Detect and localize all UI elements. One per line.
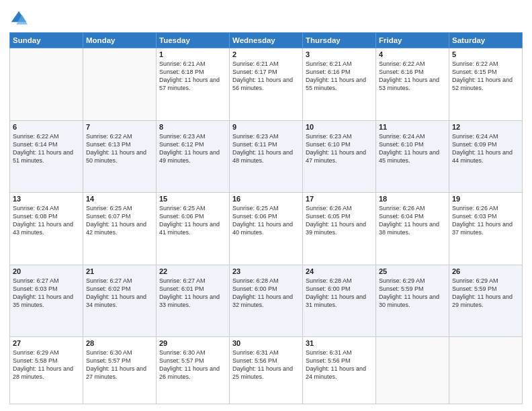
day-info: Sunrise: 6:27 AM Sunset: 6:03 PM Dayligh…	[13, 277, 80, 310]
day-number: 31	[306, 339, 373, 347]
calendar-cell: 9Sunrise: 6:23 AM Sunset: 6:11 PM Daylig…	[230, 120, 303, 193]
col-header-tuesday: Tuesday	[157, 33, 230, 48]
calendar-cell: 2Sunrise: 6:21 AM Sunset: 6:17 PM Daylig…	[230, 48, 303, 121]
day-number: 27	[13, 339, 80, 347]
day-info: Sunrise: 6:21 AM Sunset: 6:17 PM Dayligh…	[232, 60, 300, 93]
day-info: Sunrise: 6:26 AM Sunset: 6:03 PM Dayligh…	[452, 204, 519, 237]
calendar-cell: 10Sunrise: 6:23 AM Sunset: 6:10 PM Dayli…	[303, 120, 376, 193]
day-info: Sunrise: 6:22 AM Sunset: 6:14 PM Dayligh…	[13, 132, 80, 165]
day-info: Sunrise: 6:26 AM Sunset: 6:05 PM Dayligh…	[306, 204, 373, 237]
calendar-cell: 26Sunrise: 6:29 AM Sunset: 5:59 PM Dayli…	[449, 265, 523, 337]
calendar-cell: 31Sunrise: 6:31 AM Sunset: 5:56 PM Dayli…	[303, 337, 376, 404]
day-number: 24	[306, 267, 373, 275]
page: SundayMondayTuesdayWednesdayThursdayFrid…	[0, 0, 532, 411]
calendar-table: SundayMondayTuesdayWednesdayThursdayFrid…	[9, 32, 523, 404]
logo-icon	[9, 9, 28, 28]
day-number: 11	[379, 123, 446, 131]
day-number: 17	[306, 195, 373, 203]
day-number: 16	[232, 195, 300, 203]
calendar-cell	[376, 337, 449, 404]
day-info: Sunrise: 6:28 AM Sunset: 6:00 PM Dayligh…	[232, 277, 300, 310]
day-number: 21	[86, 267, 153, 275]
day-info: Sunrise: 6:31 AM Sunset: 5:56 PM Dayligh…	[306, 349, 373, 381]
col-header-monday: Monday	[83, 33, 157, 48]
calendar-cell: 15Sunrise: 6:25 AM Sunset: 6:06 PM Dayli…	[157, 193, 230, 265]
day-info: Sunrise: 6:30 AM Sunset: 5:57 PM Dayligh…	[159, 349, 226, 381]
day-number: 12	[452, 123, 519, 131]
day-info: Sunrise: 6:22 AM Sunset: 6:16 PM Dayligh…	[379, 60, 446, 93]
calendar-cell: 19Sunrise: 6:26 AM Sunset: 6:03 PM Dayli…	[449, 193, 523, 265]
logo	[9, 9, 31, 28]
calendar-week-row: 1Sunrise: 6:21 AM Sunset: 6:18 PM Daylig…	[10, 48, 523, 121]
col-header-thursday: Thursday	[303, 33, 376, 48]
calendar-cell: 23Sunrise: 6:28 AM Sunset: 6:00 PM Dayli…	[230, 265, 303, 337]
calendar-cell: 22Sunrise: 6:27 AM Sunset: 6:01 PM Dayli…	[157, 265, 230, 337]
calendar-cell: 4Sunrise: 6:22 AM Sunset: 6:16 PM Daylig…	[376, 48, 449, 121]
calendar-cell: 24Sunrise: 6:28 AM Sunset: 6:00 PM Dayli…	[303, 265, 376, 337]
calendar-cell: 7Sunrise: 6:22 AM Sunset: 6:13 PM Daylig…	[83, 120, 157, 193]
calendar-cell	[449, 337, 523, 404]
day-number: 1	[159, 50, 226, 58]
calendar-week-row: 20Sunrise: 6:27 AM Sunset: 6:03 PM Dayli…	[10, 265, 523, 337]
calendar-cell: 25Sunrise: 6:29 AM Sunset: 5:59 PM Dayli…	[376, 265, 449, 337]
day-number: 2	[232, 50, 300, 58]
day-info: Sunrise: 6:22 AM Sunset: 6:13 PM Dayligh…	[86, 132, 153, 165]
calendar-cell: 3Sunrise: 6:21 AM Sunset: 6:16 PM Daylig…	[303, 48, 376, 121]
day-number: 26	[452, 267, 519, 275]
day-number: 20	[13, 267, 80, 275]
calendar-cell: 20Sunrise: 6:27 AM Sunset: 6:03 PM Dayli…	[10, 265, 83, 337]
day-number: 23	[232, 267, 300, 275]
calendar-cell: 18Sunrise: 6:26 AM Sunset: 6:04 PM Dayli…	[376, 193, 449, 265]
col-header-saturday: Saturday	[449, 33, 523, 48]
calendar-cell: 13Sunrise: 6:24 AM Sunset: 6:08 PM Dayli…	[10, 193, 83, 265]
day-info: Sunrise: 6:26 AM Sunset: 6:04 PM Dayligh…	[379, 204, 446, 237]
day-number: 3	[306, 50, 373, 58]
calendar-cell: 27Sunrise: 6:29 AM Sunset: 5:58 PM Dayli…	[10, 337, 83, 404]
day-info: Sunrise: 6:29 AM Sunset: 5:58 PM Dayligh…	[13, 349, 80, 381]
day-number: 14	[86, 195, 153, 203]
col-header-wednesday: Wednesday	[230, 33, 303, 48]
day-number: 28	[86, 339, 153, 347]
day-number: 7	[86, 123, 153, 131]
calendar-week-row: 6Sunrise: 6:22 AM Sunset: 6:14 PM Daylig…	[10, 120, 523, 193]
calendar-cell	[10, 48, 83, 121]
calendar-cell: 30Sunrise: 6:31 AM Sunset: 5:56 PM Dayli…	[230, 337, 303, 404]
day-number: 22	[159, 267, 226, 275]
calendar-cell: 8Sunrise: 6:23 AM Sunset: 6:12 PM Daylig…	[157, 120, 230, 193]
day-info: Sunrise: 6:31 AM Sunset: 5:56 PM Dayligh…	[232, 349, 300, 381]
day-number: 19	[452, 195, 519, 203]
day-number: 30	[232, 339, 300, 347]
day-info: Sunrise: 6:23 AM Sunset: 6:10 PM Dayligh…	[306, 132, 373, 165]
day-info: Sunrise: 6:29 AM Sunset: 5:59 PM Dayligh…	[452, 277, 519, 310]
day-number: 29	[159, 339, 226, 347]
col-header-friday: Friday	[376, 33, 449, 48]
day-number: 4	[379, 50, 446, 58]
day-number: 13	[13, 195, 80, 203]
day-number: 18	[379, 195, 446, 203]
day-info: Sunrise: 6:25 AM Sunset: 6:07 PM Dayligh…	[86, 204, 153, 237]
day-info: Sunrise: 6:29 AM Sunset: 5:59 PM Dayligh…	[379, 277, 446, 310]
header	[9, 7, 523, 28]
day-info: Sunrise: 6:23 AM Sunset: 6:11 PM Dayligh…	[232, 132, 300, 165]
day-info: Sunrise: 6:24 AM Sunset: 6:08 PM Dayligh…	[13, 204, 80, 237]
day-info: Sunrise: 6:23 AM Sunset: 6:12 PM Dayligh…	[159, 132, 226, 165]
day-number: 8	[159, 123, 226, 131]
day-number: 9	[232, 123, 300, 131]
day-info: Sunrise: 6:25 AM Sunset: 6:06 PM Dayligh…	[232, 204, 300, 237]
calendar-cell: 14Sunrise: 6:25 AM Sunset: 6:07 PM Dayli…	[83, 193, 157, 265]
day-number: 25	[379, 267, 446, 275]
calendar-cell: 11Sunrise: 6:24 AM Sunset: 6:10 PM Dayli…	[376, 120, 449, 193]
day-info: Sunrise: 6:27 AM Sunset: 6:02 PM Dayligh…	[86, 277, 153, 310]
calendar-cell: 28Sunrise: 6:30 AM Sunset: 5:57 PM Dayli…	[83, 337, 157, 404]
calendar-cell: 16Sunrise: 6:25 AM Sunset: 6:06 PM Dayli…	[230, 193, 303, 265]
calendar-cell: 1Sunrise: 6:21 AM Sunset: 6:18 PM Daylig…	[157, 48, 230, 121]
day-info: Sunrise: 6:30 AM Sunset: 5:57 PM Dayligh…	[86, 349, 153, 381]
calendar-cell: 29Sunrise: 6:30 AM Sunset: 5:57 PM Dayli…	[157, 337, 230, 404]
col-header-sunday: Sunday	[10, 33, 83, 48]
calendar-cell: 12Sunrise: 6:24 AM Sunset: 6:09 PM Dayli…	[449, 120, 523, 193]
day-info: Sunrise: 6:21 AM Sunset: 6:16 PM Dayligh…	[306, 60, 373, 93]
day-info: Sunrise: 6:25 AM Sunset: 6:06 PM Dayligh…	[159, 204, 226, 237]
day-info: Sunrise: 6:24 AM Sunset: 6:09 PM Dayligh…	[452, 132, 519, 165]
calendar-week-row: 27Sunrise: 6:29 AM Sunset: 5:58 PM Dayli…	[10, 337, 523, 404]
day-number: 10	[306, 123, 373, 131]
